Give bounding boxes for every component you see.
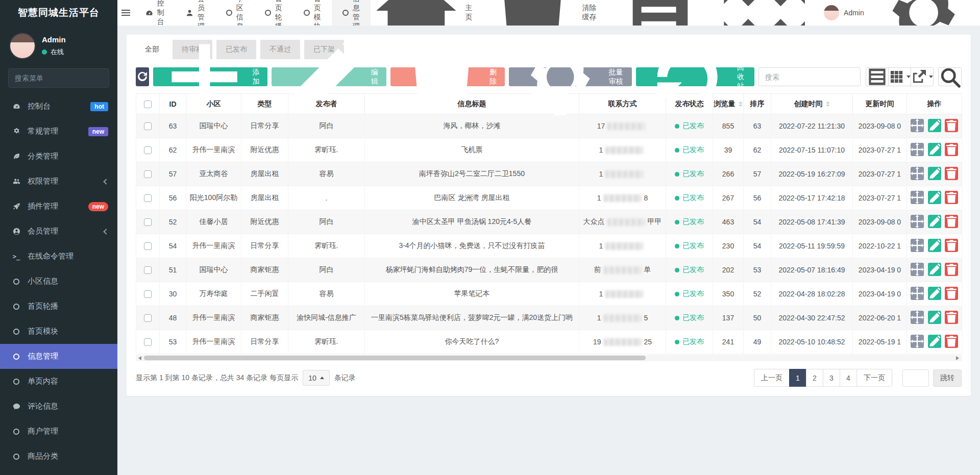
row-edit-button[interactable]: [928, 335, 941, 348]
sidebar-item[interactable]: 评论信息: [0, 394, 117, 419]
row-checkbox[interactable]: [144, 338, 152, 346]
page-button[interactable]: 3: [823, 369, 840, 387]
scrollbar-thumb[interactable]: [144, 356, 646, 360]
jump-button[interactable]: 跳转: [933, 369, 962, 387]
topbar-tab[interactable]: 首页模块: [293, 0, 332, 26]
add-button[interactable]: 添加: [153, 67, 267, 86]
select-all-checkbox[interactable]: [144, 101, 152, 108]
move-button[interactable]: [911, 335, 924, 348]
cell-views: 230: [713, 234, 744, 258]
move-button[interactable]: [911, 143, 924, 156]
move-button[interactable]: [911, 167, 924, 180]
sidebar-item[interactable]: 商户管理: [0, 419, 117, 444]
row-edit-button[interactable]: [928, 191, 941, 204]
move-button[interactable]: [911, 215, 924, 228]
topbar-tab[interactable]: 信息管理: [332, 0, 371, 26]
move-button[interactable]: [911, 119, 924, 132]
scroll-right-button[interactable]: [953, 356, 962, 360]
row-delete-button[interactable]: [945, 239, 958, 252]
row-checkbox[interactable]: [144, 170, 152, 178]
columns-button[interactable]: [888, 67, 911, 86]
row-delete-button[interactable]: [945, 311, 958, 324]
sidebar-item[interactable]: >_ 在线命令管理: [0, 244, 117, 269]
redacted-contact: [604, 194, 642, 202]
sidebar-item[interactable]: 会员管理: [0, 219, 117, 244]
row-edit-button[interactable]: [928, 119, 941, 132]
row-edit-button[interactable]: [928, 239, 941, 252]
row-checkbox[interactable]: [144, 146, 152, 154]
sidebar-item[interactable]: 商品分类: [0, 444, 117, 469]
table-search-input[interactable]: [758, 67, 861, 86]
topbar-tab[interactable]: 控制台: [135, 0, 175, 26]
sidebar-item[interactable]: 控制台 hot: [0, 94, 117, 119]
refresh-button[interactable]: [136, 67, 149, 86]
move-button[interactable]: [911, 191, 924, 204]
row-edit-button[interactable]: [928, 311, 941, 324]
row-checkbox[interactable]: [144, 122, 152, 130]
export-button[interactable]: [911, 67, 934, 86]
move-icon: [911, 263, 924, 276]
user-menu[interactable]: Admin: [824, 5, 864, 20]
sidebar-item[interactable]: 信息管理: [0, 344, 117, 369]
topbar-tab[interactable]: 会员管理: [175, 0, 215, 26]
row-delete-button[interactable]: [945, 191, 958, 204]
row-edit-button[interactable]: [928, 167, 941, 180]
row-delete-button[interactable]: [945, 335, 958, 348]
page-button[interactable]: 1: [789, 369, 806, 387]
row-checkbox[interactable]: [144, 242, 152, 250]
sidebar-item[interactable]: 首页模块: [0, 319, 117, 344]
col-created-sortable[interactable]: 创建时间: [771, 94, 853, 114]
detail-view-button[interactable]: [866, 67, 889, 86]
row-checkbox[interactable]: [144, 290, 152, 298]
row-delete-button[interactable]: [945, 143, 958, 156]
trash-icon: [945, 263, 958, 276]
sidebar-item[interactable]: 插件管理 new: [0, 194, 117, 219]
row-checkbox[interactable]: [144, 218, 152, 226]
row-delete-button[interactable]: [945, 287, 958, 300]
delete-button[interactable]: 删除: [390, 67, 505, 86]
sort-icon: [739, 102, 743, 107]
page-size-select[interactable]: 10: [303, 370, 330, 386]
scroll-left-button[interactable]: [136, 356, 144, 360]
recycle-bin-button[interactable]: 回收站: [636, 67, 754, 86]
topbar-tab[interactable]: 小区信息: [215, 0, 254, 26]
jump-page-input[interactable]: [902, 369, 929, 387]
sidebar-toggle-button[interactable]: [117, 0, 135, 26]
edit-button[interactable]: 编辑: [272, 67, 386, 86]
sidebar-item[interactable]: 常规管理 new: [0, 119, 117, 144]
row-delete-button[interactable]: [945, 119, 958, 132]
row-edit-button[interactable]: [928, 143, 941, 156]
next-page-button[interactable]: 下一页: [856, 369, 892, 387]
move-button[interactable]: [911, 287, 924, 300]
row-checkbox[interactable]: [144, 194, 152, 202]
row-edit-button[interactable]: [928, 215, 941, 228]
sidebar-item[interactable]: 首页轮播: [0, 294, 117, 319]
sidebar-item[interactable]: 小区信息: [0, 269, 117, 294]
row-delete-button[interactable]: [945, 167, 958, 180]
horizontal-scrollbar[interactable]: [136, 355, 962, 361]
row-delete-button[interactable]: [945, 263, 958, 276]
move-button[interactable]: [911, 311, 924, 324]
row-edit-button[interactable]: [928, 287, 941, 300]
row-edit-button[interactable]: [928, 263, 941, 276]
cell-operations: [907, 210, 962, 234]
page-button[interactable]: 2: [806, 369, 823, 387]
topbar-tab[interactable]: 首页轮播: [254, 0, 293, 26]
row-checkbox[interactable]: [144, 314, 152, 322]
page-button[interactable]: 4: [840, 369, 857, 387]
sidebar-item[interactable]: 分类管理: [0, 144, 117, 169]
topbar-tab-label: 控制台: [157, 0, 164, 27]
sidebar-item[interactable]: 单页内容: [0, 369, 117, 394]
row-checkbox[interactable]: [144, 266, 152, 274]
search-button[interactable]: [938, 67, 962, 86]
move-button[interactable]: [911, 263, 924, 276]
sidebar-item-label: 首页轮播: [28, 302, 58, 311]
cell-status: 已发布: [666, 162, 713, 186]
move-button[interactable]: [911, 239, 924, 252]
scrollbar-track[interactable]: [144, 355, 953, 361]
menu-search-input[interactable]: [15, 74, 107, 82]
sidebar-item[interactable]: 权限管理: [0, 169, 117, 194]
batch-audit-button[interactable]: 批量审核: [509, 67, 632, 86]
row-delete-button[interactable]: [945, 215, 958, 228]
prev-page-button[interactable]: 上一页: [754, 369, 790, 387]
